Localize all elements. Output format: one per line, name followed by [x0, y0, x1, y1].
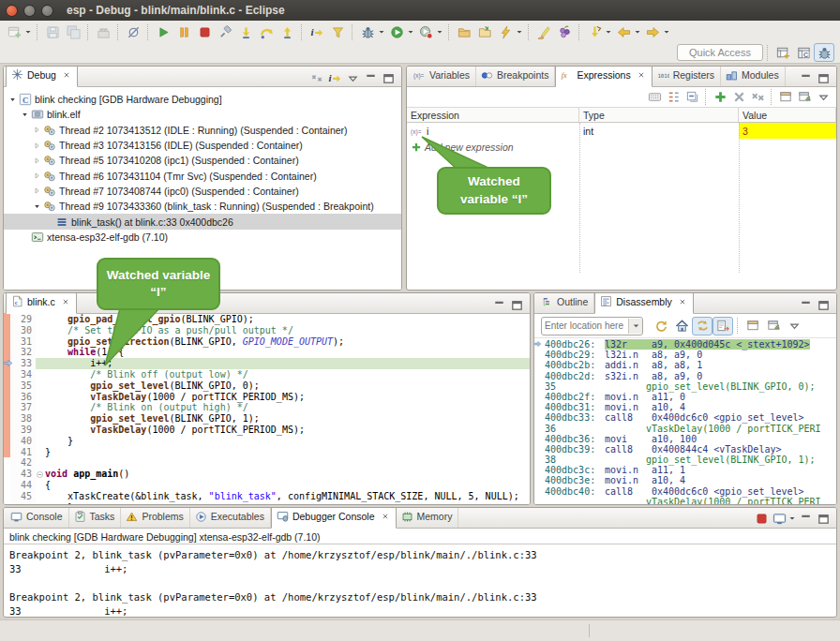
close-tab-icon[interactable]	[62, 70, 71, 80]
step-filters-icon[interactable]	[327, 22, 348, 41]
expander-closed-icon[interactable]	[32, 186, 42, 195]
tab-registers[interactable]: 1010Registers	[652, 66, 721, 86]
window-maximize-button[interactable]	[41, 5, 53, 17]
expander-closed-icon[interactable]	[32, 157, 42, 165]
window-close-button[interactable]	[6, 5, 18, 17]
column-header-type[interactable]: Type	[579, 108, 739, 122]
console-output[interactable]: Breakpoint 2, blink_task (pvParameter=0x…	[4, 544, 836, 618]
expander-closed-icon[interactable]	[32, 142, 42, 150]
external-tools-icon[interactable]	[415, 22, 436, 41]
step-over-icon[interactable]	[256, 22, 277, 41]
tab-debug[interactable]: Debug	[6, 66, 78, 87]
add-expression-icon[interactable]	[711, 89, 729, 106]
sync-pc-icon[interactable]	[692, 317, 712, 335]
expander-closed-icon[interactable]	[32, 171, 42, 180]
debug-tree-item[interactable]: blink.elf	[4, 107, 401, 122]
minimize-icon[interactable]	[797, 69, 815, 86]
minimize-icon[interactable]	[797, 296, 815, 313]
flash-icon[interactable]	[495, 22, 516, 41]
dropdown-arrow-icon[interactable]	[378, 22, 386, 41]
expander-open-icon[interactable]	[32, 202, 42, 211]
expander-closed-icon[interactable]	[32, 126, 42, 134]
pin-view-icon[interactable]	[795, 89, 814, 106]
debug-tree-item[interactable]: Cblink checking [GDB Hardware Debugging]	[4, 92, 401, 107]
save-icon[interactable]	[42, 22, 63, 41]
maximize-icon[interactable]	[508, 296, 526, 313]
maximize-icon[interactable]	[815, 69, 832, 86]
new-view-icon[interactable]	[742, 317, 763, 335]
back-icon[interactable]	[613, 22, 634, 41]
close-tab-icon[interactable]	[381, 512, 390, 521]
instruction-stepping-icon[interactable]: i	[326, 69, 344, 86]
column-header-value[interactable]: Value	[739, 108, 836, 122]
debug-tree-item[interactable]: Thread #6 1073431104 (Tmr Svc) (Suspende…	[4, 168, 401, 183]
tab-variables[interactable]: (x)=Variables	[409, 66, 476, 86]
dropdown-arrow-icon[interactable]	[407, 22, 415, 41]
skip-breakpoints-icon[interactable]	[123, 22, 143, 41]
tab-memory[interactable]: Memory	[397, 507, 459, 528]
dropdown-arrow-icon[interactable]	[663, 22, 671, 41]
open-folder2-icon[interactable]	[474, 22, 495, 41]
dropdown-arrow-icon[interactable]	[436, 22, 444, 41]
expander-open-icon[interactable]	[8, 96, 18, 104]
close-tab-icon[interactable]	[637, 70, 646, 80]
tab-console[interactable]: Console	[6, 507, 69, 528]
minimize-icon[interactable]	[490, 296, 508, 313]
debug-tree-item[interactable]: Thread #5 1073410208 (ipc1) (Suspended :…	[4, 153, 401, 168]
grapes-icon[interactable]	[554, 22, 575, 41]
column-header-expression[interactable]: Expression	[407, 108, 579, 122]
save-all-icon[interactable]	[63, 22, 83, 41]
show-logical-structure-icon[interactable]	[664, 89, 682, 106]
dropdown-arrow-icon[interactable]	[605, 22, 613, 41]
debug-tree-item[interactable]: blink_task() at blink.c:33 0x400dbc26	[4, 214, 401, 229]
location-input[interactable]	[542, 320, 628, 331]
tab-modules[interactable]: Modules	[721, 66, 786, 86]
last-edit-icon[interactable]	[584, 22, 605, 41]
show-source-icon[interactable]	[712, 317, 733, 335]
tab-tasks[interactable]: Tasks	[69, 507, 122, 528]
debug-tree-item[interactable]: Thread #3 1073413156 (IDLE) (Suspended :…	[4, 138, 401, 153]
terminate-icon[interactable]	[194, 22, 215, 41]
cpp-perspective-icon[interactable]: C	[793, 43, 814, 62]
tab-problems[interactable]: Problems	[121, 507, 189, 528]
terminate-red-icon[interactable]	[753, 510, 771, 527]
refresh-icon[interactable]	[651, 317, 671, 335]
remove-expression-icon[interactable]	[729, 89, 748, 106]
resume-icon[interactable]	[153, 22, 173, 41]
minimize-icon[interactable]	[797, 510, 815, 527]
home-icon[interactable]	[671, 317, 692, 335]
location-combo[interactable]	[541, 317, 643, 335]
close-tab-icon[interactable]	[678, 297, 687, 306]
debug-tree-item[interactable]: Thread #2 1073413512 (IDLE : Running) (S…	[4, 123, 401, 138]
tab-blink-c[interactable]: cblink.c	[6, 292, 77, 314]
tab-expressions[interactable]: fxExpressions	[555, 66, 652, 87]
expander-open-icon[interactable]	[20, 111, 30, 119]
suspend-icon[interactable]	[173, 22, 194, 41]
debug-icon[interactable]	[357, 22, 378, 41]
step-into-icon[interactable]	[235, 22, 256, 41]
display-console-icon[interactable]	[771, 510, 788, 527]
new-view-icon[interactable]	[776, 89, 795, 106]
location-dropdown-icon[interactable]	[628, 319, 642, 334]
instruction-stepping-icon[interactable]: i	[307, 22, 327, 41]
debug-tree-item[interactable]: Thread #7 1073408744 (ipc0) (Suspended :…	[4, 184, 401, 199]
show-type-names-icon[interactable]	[645, 89, 664, 106]
brush-icon[interactable]	[533, 22, 554, 41]
open-folder-icon[interactable]	[454, 22, 474, 41]
dropdown-arrow-icon[interactable]	[634, 22, 642, 41]
code-editor[interactable]: 29 gpio_pad_select_gpio(BLINK_GPIO);30 /…	[4, 314, 530, 505]
maximize-icon[interactable]	[380, 69, 398, 86]
disassembly-code[interactable]: 400dbc26:l32ra9, 0x400d045c <_stext+1092…	[534, 338, 836, 505]
dropdown-arrow-icon[interactable]	[24, 22, 33, 41]
fold-minus-icon[interactable]	[36, 469, 45, 480]
new-wizard-icon[interactable]	[4, 22, 24, 41]
dropdown-arrow-icon[interactable]	[516, 22, 524, 41]
build-icon[interactable]	[93, 22, 113, 41]
close-tab-icon[interactable]	[61, 297, 70, 306]
run-icon[interactable]	[386, 22, 407, 41]
view-menu-icon[interactable]	[344, 69, 362, 86]
remove-all-expressions-icon[interactable]	[748, 89, 767, 106]
view-menu-icon[interactable]	[784, 317, 804, 335]
collapse-all-icon[interactable]	[682, 89, 701, 106]
pin-view-icon[interactable]	[763, 317, 784, 335]
